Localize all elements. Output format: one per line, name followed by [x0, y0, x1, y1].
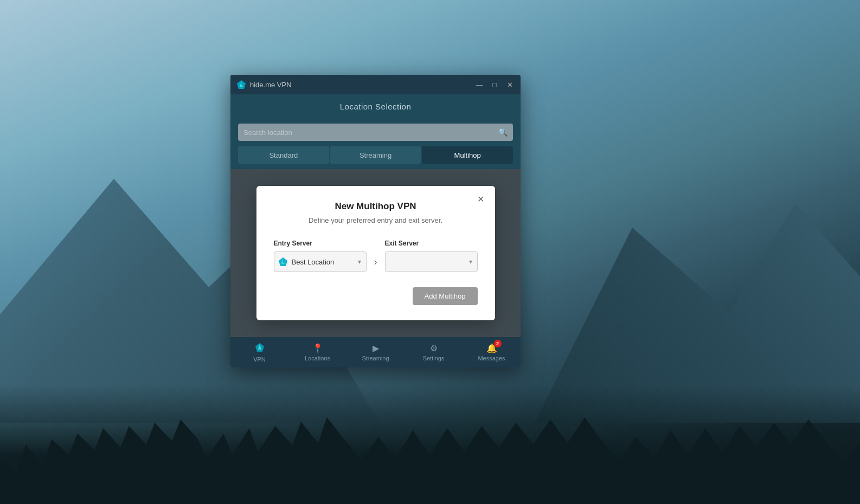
- arrow-separator: ›: [374, 256, 377, 268]
- exit-server-select[interactable]: [385, 251, 478, 272]
- locations-icon: 📍: [312, 343, 323, 353]
- tab-streaming[interactable]: Streaming: [330, 146, 421, 164]
- search-input[interactable]: [243, 128, 498, 137]
- vpn-icon: [255, 343, 265, 354]
- entry-server-group: Entry Server Best Location: [274, 240, 367, 272]
- modal-overlay: ✕ New Multihop VPN Define your preferred…: [230, 169, 521, 337]
- trees: [0, 385, 860, 504]
- title-bar-logo: hide.me VPN: [236, 79, 474, 90]
- nav-item-vpn[interactable]: VPN: [243, 343, 276, 363]
- title-bar: hide.me VPN — □ ✕: [230, 75, 521, 94]
- app-header: Location Selection: [230, 94, 521, 119]
- nav-label-vpn: VPN: [253, 356, 266, 363]
- minimize-button[interactable]: —: [474, 79, 485, 90]
- entry-server-select[interactable]: Best Location: [274, 251, 367, 272]
- modal-title: New Multihop VPN: [274, 201, 478, 212]
- search-input-wrap: 🔍: [238, 124, 513, 141]
- modal-footer: Add Multihop: [274, 287, 478, 305]
- tabs-bar: Standard Streaming Multihop: [230, 146, 521, 169]
- location-selection-title: Location Selection: [340, 102, 412, 111]
- settings-icon: ⚙: [430, 343, 438, 353]
- tree-row: [0, 396, 860, 504]
- add-multihop-button[interactable]: Add Multihop: [413, 287, 478, 305]
- maximize-button[interactable]: □: [489, 79, 500, 90]
- nav-item-streaming[interactable]: ▶ Streaming: [360, 343, 392, 361]
- tab-multihop[interactable]: Multihop: [422, 146, 513, 164]
- modal-close-button[interactable]: ✕: [474, 192, 487, 205]
- app-content: ✕ New Multihop VPN Define your preferred…: [230, 169, 521, 337]
- nav-label-settings: Settings: [423, 355, 445, 361]
- messages-icon: 🔔 2: [486, 343, 497, 353]
- app-logo-icon: [236, 79, 247, 90]
- nav-label-streaming: Streaming: [362, 355, 389, 361]
- nav-item-locations[interactable]: 📍 Locations: [301, 343, 334, 361]
- app-title: hide.me VPN: [250, 81, 292, 89]
- entry-server-select-wrap: Best Location: [274, 251, 367, 272]
- entry-server-label: Entry Server: [274, 240, 367, 247]
- tab-standard[interactable]: Standard: [238, 146, 329, 164]
- app-window: hide.me VPN — □ ✕ Location Selection 🔍 S…: [230, 75, 521, 367]
- messages-badge: 2: [494, 340, 502, 347]
- modal-servers: Entry Server Best Location: [274, 240, 478, 272]
- nav-item-messages[interactable]: 🔔 2 Messages: [476, 343, 508, 361]
- nav-label-messages: Messages: [478, 355, 505, 361]
- exit-server-label: Exit Server: [385, 240, 478, 247]
- nav-item-settings[interactable]: ⚙ Settings: [418, 343, 450, 361]
- streaming-icon: ▶: [373, 343, 379, 353]
- search-bar: 🔍: [230, 119, 521, 146]
- exit-server-group: Exit Server: [385, 240, 478, 272]
- nav-label-locations: Locations: [305, 355, 330, 361]
- search-icon: 🔍: [498, 128, 508, 137]
- bottom-nav: VPN 📍 Locations ▶ Streaming ⚙ Settings 🔔…: [230, 337, 521, 367]
- exit-server-select-wrap: [385, 251, 478, 272]
- modal-subtitle: Define your preferred entry and exit ser…: [274, 216, 478, 224]
- close-button[interactable]: ✕: [504, 79, 515, 90]
- new-multihop-modal: ✕ New Multihop VPN Define your preferred…: [256, 186, 495, 320]
- title-bar-controls: — □ ✕: [474, 79, 515, 90]
